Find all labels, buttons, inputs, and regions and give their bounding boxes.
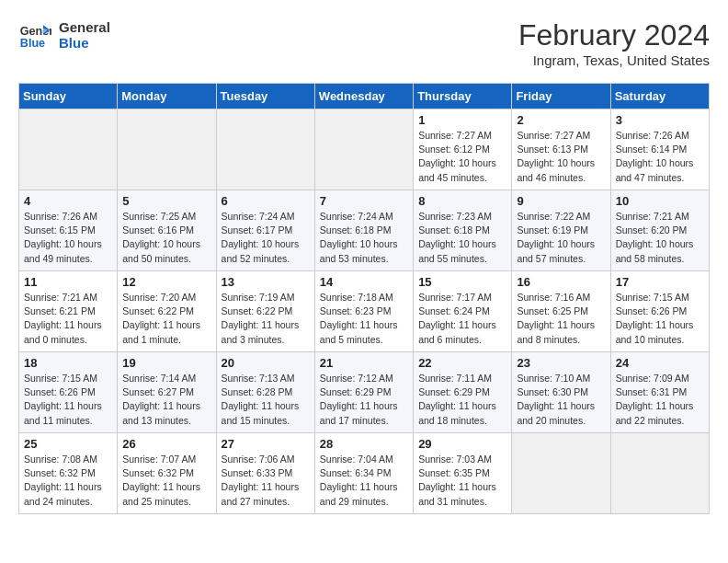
- day-info: Sunrise: 7:20 AMSunset: 6:22 PMDaylight:…: [122, 291, 210, 347]
- day-number: 20: [222, 356, 310, 370]
- calendar-cell: [314, 109, 413, 190]
- calendar-cell: 23Sunrise: 7:10 AMSunset: 6:30 PMDayligh…: [512, 352, 610, 433]
- calendar-cell: 8Sunrise: 7:23 AMSunset: 6:18 PMDaylight…: [414, 190, 512, 271]
- location-title: Ingram, Texas, United States: [518, 52, 710, 68]
- calendar-cell: 27Sunrise: 7:06 AMSunset: 6:33 PMDayligh…: [216, 433, 314, 514]
- day-info: Sunrise: 7:26 AMSunset: 6:15 PMDaylight:…: [24, 210, 112, 266]
- calendar-cell: 26Sunrise: 7:07 AMSunset: 6:32 PMDayligh…: [118, 433, 216, 514]
- day-info: Sunrise: 7:22 AMSunset: 6:19 PMDaylight:…: [517, 210, 605, 266]
- day-number: 8: [418, 194, 506, 208]
- month-title: February 2024: [518, 18, 710, 52]
- day-number: 4: [24, 194, 112, 208]
- day-number: 15: [418, 275, 506, 289]
- calendar-cell: 2Sunrise: 7:27 AMSunset: 6:13 PMDaylight…: [512, 109, 610, 190]
- day-info: Sunrise: 7:15 AMSunset: 6:26 PMDaylight:…: [616, 291, 704, 347]
- day-number: 24: [616, 356, 704, 370]
- day-number: 1: [418, 113, 506, 127]
- calendar-cell: 7Sunrise: 7:24 AMSunset: 6:18 PMDaylight…: [314, 190, 413, 271]
- day-number: 16: [517, 275, 605, 289]
- day-number: 10: [616, 194, 704, 208]
- day-number: 25: [24, 437, 112, 451]
- day-header-saturday: Saturday: [610, 84, 709, 109]
- day-number: 13: [222, 275, 310, 289]
- day-number: 7: [320, 194, 408, 208]
- calendar-cell: 12Sunrise: 7:20 AMSunset: 6:22 PMDayligh…: [118, 271, 216, 352]
- day-header-friday: Friday: [512, 84, 610, 109]
- calendar-cell: [19, 109, 118, 190]
- day-number: 21: [320, 356, 408, 370]
- calendar-week-row: 11Sunrise: 7:21 AMSunset: 6:21 PMDayligh…: [19, 271, 710, 352]
- calendar-cell: [610, 433, 709, 514]
- day-number: 12: [122, 275, 210, 289]
- day-number: 6: [222, 194, 310, 208]
- day-info: Sunrise: 7:24 AMSunset: 6:18 PMDaylight:…: [320, 210, 408, 266]
- calendar-cell: [118, 109, 216, 190]
- day-info: Sunrise: 7:12 AMSunset: 6:29 PMDaylight:…: [320, 372, 408, 428]
- day-info: Sunrise: 7:27 AMSunset: 6:13 PMDaylight:…: [517, 129, 605, 185]
- calendar-week-row: 25Sunrise: 7:08 AMSunset: 6:32 PMDayligh…: [19, 433, 710, 514]
- day-info: Sunrise: 7:03 AMSunset: 6:35 PMDaylight:…: [418, 453, 506, 509]
- calendar-cell: 19Sunrise: 7:14 AMSunset: 6:27 PMDayligh…: [118, 352, 216, 433]
- calendar-week-row: 1Sunrise: 7:27 AMSunset: 6:12 PMDaylight…: [19, 109, 710, 190]
- calendar-cell: 20Sunrise: 7:13 AMSunset: 6:28 PMDayligh…: [216, 352, 314, 433]
- title-block: February 2024 Ingram, Texas, United Stat…: [518, 18, 710, 68]
- logo-icon: General Blue: [18, 18, 51, 52]
- day-info: Sunrise: 7:13 AMSunset: 6:28 PMDaylight:…: [222, 372, 310, 428]
- calendar-cell: 10Sunrise: 7:21 AMSunset: 6:20 PMDayligh…: [610, 190, 709, 271]
- calendar-cell: 11Sunrise: 7:21 AMSunset: 6:21 PMDayligh…: [19, 271, 118, 352]
- day-number: 14: [320, 275, 408, 289]
- calendar-cell: 13Sunrise: 7:19 AMSunset: 6:22 PMDayligh…: [216, 271, 314, 352]
- day-info: Sunrise: 7:09 AMSunset: 6:31 PMDaylight:…: [616, 372, 704, 428]
- day-number: 26: [122, 437, 210, 451]
- calendar-cell: 28Sunrise: 7:04 AMSunset: 6:34 PMDayligh…: [314, 433, 413, 514]
- logo: General Blue General Blue: [18, 18, 110, 52]
- day-info: Sunrise: 7:27 AMSunset: 6:12 PMDaylight:…: [418, 129, 506, 185]
- day-header-thursday: Thursday: [414, 84, 512, 109]
- day-info: Sunrise: 7:21 AMSunset: 6:20 PMDaylight:…: [616, 210, 704, 266]
- calendar-cell: 22Sunrise: 7:11 AMSunset: 6:29 PMDayligh…: [414, 352, 512, 433]
- day-header-sunday: Sunday: [19, 84, 118, 109]
- day-info: Sunrise: 7:16 AMSunset: 6:25 PMDaylight:…: [517, 291, 605, 347]
- day-number: 9: [517, 194, 605, 208]
- day-info: Sunrise: 7:15 AMSunset: 6:26 PMDaylight:…: [24, 372, 112, 428]
- day-info: Sunrise: 7:23 AMSunset: 6:18 PMDaylight:…: [418, 210, 506, 266]
- calendar-cell: 14Sunrise: 7:18 AMSunset: 6:23 PMDayligh…: [314, 271, 413, 352]
- calendar-cell: 6Sunrise: 7:24 AMSunset: 6:17 PMDaylight…: [216, 190, 314, 271]
- calendar-cell: 17Sunrise: 7:15 AMSunset: 6:26 PMDayligh…: [610, 271, 709, 352]
- day-number: 2: [517, 113, 605, 127]
- calendar-week-row: 18Sunrise: 7:15 AMSunset: 6:26 PMDayligh…: [19, 352, 710, 433]
- day-info: Sunrise: 7:11 AMSunset: 6:29 PMDaylight:…: [418, 372, 506, 428]
- day-number: 11: [24, 275, 112, 289]
- page-header: General Blue General Blue February 2024 …: [18, 18, 710, 68]
- calendar-cell: 21Sunrise: 7:12 AMSunset: 6:29 PMDayligh…: [314, 352, 413, 433]
- logo-blue: Blue: [59, 35, 110, 51]
- calendar-cell: 1Sunrise: 7:27 AMSunset: 6:12 PMDaylight…: [414, 109, 512, 190]
- day-info: Sunrise: 7:07 AMSunset: 6:32 PMDaylight:…: [122, 453, 210, 509]
- day-number: 17: [616, 275, 704, 289]
- day-info: Sunrise: 7:08 AMSunset: 6:32 PMDaylight:…: [24, 453, 112, 509]
- calendar-cell: 16Sunrise: 7:16 AMSunset: 6:25 PMDayligh…: [512, 271, 610, 352]
- calendar-cell: 29Sunrise: 7:03 AMSunset: 6:35 PMDayligh…: [414, 433, 512, 514]
- day-number: 18: [24, 356, 112, 370]
- calendar-week-row: 4Sunrise: 7:26 AMSunset: 6:15 PMDaylight…: [19, 190, 710, 271]
- calendar-cell: 3Sunrise: 7:26 AMSunset: 6:14 PMDaylight…: [610, 109, 709, 190]
- day-number: 19: [122, 356, 210, 370]
- calendar-table: SundayMondayTuesdayWednesdayThursdayFrid…: [18, 83, 710, 514]
- calendar-cell: 15Sunrise: 7:17 AMSunset: 6:24 PMDayligh…: [414, 271, 512, 352]
- calendar-cell: 18Sunrise: 7:15 AMSunset: 6:26 PMDayligh…: [19, 352, 118, 433]
- calendar-header-row: SundayMondayTuesdayWednesdayThursdayFrid…: [19, 84, 710, 109]
- day-number: 22: [418, 356, 506, 370]
- day-info: Sunrise: 7:21 AMSunset: 6:21 PMDaylight:…: [24, 291, 112, 347]
- day-info: Sunrise: 7:18 AMSunset: 6:23 PMDaylight:…: [320, 291, 408, 347]
- day-number: 29: [418, 437, 506, 451]
- day-info: Sunrise: 7:25 AMSunset: 6:16 PMDaylight:…: [122, 210, 210, 266]
- day-number: 23: [517, 356, 605, 370]
- day-header-tuesday: Tuesday: [216, 84, 314, 109]
- day-info: Sunrise: 7:14 AMSunset: 6:27 PMDaylight:…: [122, 372, 210, 428]
- day-number: 28: [320, 437, 408, 451]
- svg-text:Blue: Blue: [20, 37, 45, 50]
- logo-general: General: [59, 19, 110, 35]
- day-number: 5: [122, 194, 210, 208]
- day-info: Sunrise: 7:26 AMSunset: 6:14 PMDaylight:…: [616, 129, 704, 185]
- calendar-cell: 24Sunrise: 7:09 AMSunset: 6:31 PMDayligh…: [610, 352, 709, 433]
